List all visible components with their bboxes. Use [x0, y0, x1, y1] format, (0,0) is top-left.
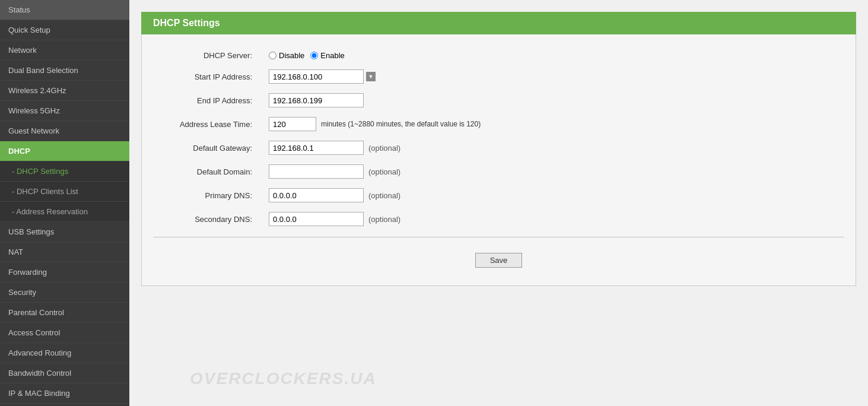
save-button[interactable]: Save — [475, 253, 523, 268]
secondary-dns-input[interactable] — [269, 212, 364, 226]
sidebar-item-advanced-routing[interactable]: Advanced Routing — [0, 343, 129, 363]
gateway-label: Default Gateway: — [142, 136, 260, 160]
enable-radio[interactable] — [310, 52, 318, 59]
lease-time-hint: minutes (1~2880 minutes, the default val… — [321, 120, 481, 128]
sidebar-item-status[interactable]: Status — [0, 0, 129, 20]
start-ip-row: Start IP Address: ▼ — [142, 65, 856, 88]
start-ip-label: Start IP Address: — [142, 65, 260, 88]
sidebar-item-dhcp-settings[interactable]: - DHCP Settings — [0, 161, 129, 182]
secondary-dns-optional: (optional) — [368, 215, 400, 224]
primary-dns-row: Primary DNS: (optional) — [142, 183, 856, 207]
page-title: DHCP Settings — [141, 12, 856, 34]
sidebar-item-wireless-24[interactable]: Wireless 2.4GHz — [0, 81, 129, 101]
sidebar-item-dhcp[interactable]: DHCP — [0, 141, 129, 161]
enable-label: Enable — [320, 51, 344, 60]
enable-radio-label[interactable]: Enable — [310, 51, 344, 60]
dhcp-settings-form: DHCP Server: Disable Enable — [141, 34, 856, 286]
sidebar-item-usb-settings[interactable]: USB Settings — [0, 222, 129, 242]
button-row: Save — [142, 243, 856, 274]
end-ip-label: End IP Address: — [142, 88, 260, 112]
disable-label: Disable — [279, 51, 304, 60]
lease-time-input[interactable] — [269, 117, 316, 131]
domain-optional: (optional) — [368, 167, 400, 176]
sidebar-item-parental-control[interactable]: Parental Control — [0, 303, 129, 323]
sidebar-item-guest-network[interactable]: Guest Network — [0, 121, 129, 141]
dhcp-server-radio-group: Disable Enable — [269, 51, 847, 60]
primary-dns-optional: (optional) — [368, 191, 400, 200]
end-ip-input[interactable] — [269, 93, 364, 107]
sidebar: Status Quick Setup Network Dual Band Sel… — [0, 0, 129, 406]
settings-table: DHCP Server: Disable Enable — [142, 46, 856, 231]
sidebar-item-wireless-5[interactable]: Wireless 5GHz — [0, 101, 129, 121]
start-ip-icon[interactable]: ▼ — [366, 72, 376, 81]
sidebar-item-ip-mac-binding[interactable]: IP & MAC Binding — [0, 383, 129, 404]
domain-row: Default Domain: (optional) — [142, 160, 856, 183]
disable-radio[interactable] — [269, 52, 276, 59]
sidebar-item-address-reservation[interactable]: - Address Reservation — [0, 202, 129, 222]
lease-time-row: Address Lease Time: minutes (1~2880 minu… — [142, 112, 856, 136]
primary-dns-input[interactable] — [269, 188, 364, 202]
gateway-row: Default Gateway: (optional) — [142, 136, 856, 160]
end-ip-row: End IP Address: — [142, 88, 856, 112]
watermark: OVERCLOCKERS.UA — [190, 369, 377, 388]
sidebar-item-forwarding[interactable]: Forwarding — [0, 262, 129, 283]
sidebar-item-nat[interactable]: NAT — [0, 242, 129, 262]
dhcp-server-row: DHCP Server: Disable Enable — [142, 46, 856, 65]
sidebar-item-network[interactable]: Network — [0, 40, 129, 61]
gateway-input[interactable] — [269, 141, 364, 155]
sidebar-item-security[interactable]: Security — [0, 283, 129, 303]
lease-time-label: Address Lease Time: — [142, 112, 260, 136]
sidebar-item-dual-band[interactable]: Dual Band Selection — [0, 61, 129, 81]
sidebar-item-bandwidth-control[interactable]: Bandwidth Control — [0, 363, 129, 383]
sidebar-item-access-control[interactable]: Access Control — [0, 323, 129, 343]
domain-input[interactable] — [269, 164, 364, 179]
form-divider — [154, 237, 844, 237]
secondary-dns-row: Secondary DNS: (optional) — [142, 207, 856, 231]
domain-label: Default Domain: — [142, 160, 260, 183]
dhcp-server-label: DHCP Server: — [142, 46, 260, 65]
disable-radio-label[interactable]: Disable — [269, 51, 304, 60]
main-content: DHCP Settings DHCP Server: Disable Enabl… — [129, 0, 868, 406]
primary-dns-label: Primary DNS: — [142, 183, 260, 207]
sidebar-item-quick-setup[interactable]: Quick Setup — [0, 20, 129, 40]
sidebar-item-dhcp-clients[interactable]: - DHCP Clients List — [0, 182, 129, 202]
gateway-optional: (optional) — [368, 144, 400, 153]
start-ip-input[interactable] — [269, 69, 364, 84]
sidebar-item-dynamic-dns[interactable]: Dynamic DNS — [0, 404, 129, 406]
secondary-dns-label: Secondary DNS: — [142, 207, 260, 231]
